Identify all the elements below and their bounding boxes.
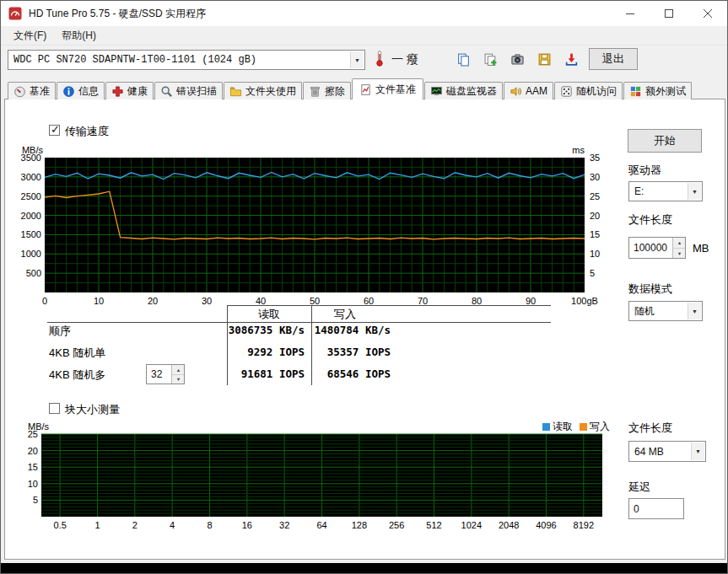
target-drive-select[interactable]: E: <box>628 181 703 201</box>
file-benchmark-icon <box>359 83 372 96</box>
drive-select-value: WDC PC SN720 SDAPNTW-1T00-1101 (1024 gB) <box>13 51 348 69</box>
window-title: HD Tune Pro 5.75 - 硬盘/SSD 实用程序 <box>29 1 206 26</box>
legend-swatch <box>580 423 587 431</box>
chevron-down-icon <box>688 303 701 319</box>
tab-random-access[interactable]: 随机访问 <box>554 82 623 99</box>
extra-tests-icon <box>629 85 642 98</box>
temperature-value: 一 癈 <box>391 46 418 72</box>
app-window: HD Tune Pro 5.75 - 硬盘/SSD 实用程序 文件(F) 帮助(… <box>0 0 728 574</box>
tab-benchmark[interactable]: 基准 <box>8 82 56 99</box>
start-button[interactable]: 开始 <box>628 129 702 153</box>
chevron-down-icon <box>691 443 704 460</box>
tab-aam[interactable]: AAM <box>504 82 553 99</box>
legend-label: 读取 <box>553 420 573 434</box>
random-icon <box>560 85 573 98</box>
file-length-label: 文件长度 <box>628 212 672 228</box>
copy-screenshot-button[interactable] <box>451 48 475 70</box>
tab-label: 错误扫描 <box>176 84 217 99</box>
tab-label: 文件基准 <box>375 83 416 97</box>
menu-help[interactable]: 帮助(H) <box>54 26 104 46</box>
tab-extra-tests[interactable]: 额外测试 <box>623 82 692 99</box>
disk-monitor-icon <box>430 85 443 98</box>
data-mode-label: 数据模式 <box>628 282 672 297</box>
block-size-checkbox-label: 块大小测量 <box>65 402 120 417</box>
result-row-label: 4KB 随机单 <box>49 346 105 361</box>
tab-error-scan[interactable]: 错误扫描 <box>154 82 223 99</box>
result-read-value: 9292 IOPS <box>222 346 305 358</box>
tab-health[interactable]: 健康 <box>105 82 154 99</box>
tab-label: 信息 <box>78 84 99 99</box>
scan-icon <box>160 85 173 98</box>
drive-select[interactable]: WDC PC SN720 SDAPNTW-1T00-1101 (1024 gB) <box>8 50 365 70</box>
tab-info[interactable]: 信息 <box>57 82 105 99</box>
save-screenshot-button[interactable] <box>532 48 556 70</box>
table-line <box>227 305 551 306</box>
folder-icon <box>229 85 242 98</box>
window-controls <box>611 1 727 26</box>
tab-label: AAM <box>526 85 547 97</box>
block-size-checkbox[interactable] <box>49 403 60 414</box>
tab-file-benchmark[interactable]: 文件基准 <box>352 78 423 99</box>
maximize-button[interactable] <box>650 1 688 26</box>
data-mode-value: 随机 <box>634 302 685 320</box>
chevron-down-icon <box>688 183 701 200</box>
transfer-speed-checkbox[interactable] <box>49 125 60 136</box>
tab-label: 磁盘监视器 <box>446 84 497 99</box>
result-write-value: 68546 IOPS <box>311 367 391 380</box>
menu-file[interactable]: 文件(F) <box>6 26 54 46</box>
add-screenshot-button[interactable] <box>478 48 502 70</box>
erase-icon <box>309 85 321 98</box>
aam-icon <box>510 85 522 98</box>
file-length-unit: MB <box>693 242 709 255</box>
tab-erase[interactable]: 擦除 <box>303 82 351 99</box>
column-header-read: 读取 <box>227 307 311 322</box>
legend-label: 写入 <box>590 420 610 434</box>
info-icon <box>62 85 75 98</box>
minimize-button[interactable] <box>611 1 650 26</box>
legend-item: 读取 <box>542 420 573 434</box>
data-mode-select[interactable]: 随机 <box>628 301 703 321</box>
tab-label: 擦除 <box>325 84 345 99</box>
result-write-value: 35357 IOPS <box>311 346 391 358</box>
block-file-length-select[interactable]: 64 MB <box>628 441 706 462</box>
transfer-speed-checkbox-label: 传输速度 <box>65 124 109 139</box>
result-read-value: 3086735 KB/s <box>222 324 305 336</box>
drive-label: 驱动器 <box>628 163 661 178</box>
target-drive-value: E: <box>634 182 685 201</box>
spin-down-icon[interactable] <box>172 375 184 384</box>
queue-depth-value: 32 <box>147 365 171 384</box>
result-row-label: 4KB 随机多 <box>49 367 105 383</box>
queue-depth-spinner[interactable]: 32 <box>146 364 185 384</box>
tab-disk-monitor[interactable]: 磁盘监视器 <box>424 82 503 99</box>
copy-icon <box>456 52 471 67</box>
toolbar-buttons <box>451 48 583 70</box>
copy-add-icon <box>483 52 498 67</box>
tab-bar: 基准信息健康错误扫描文件夹使用擦除文件基准磁盘监视器AAM随机访问额外测试 <box>8 80 693 99</box>
chart-legend: 读取写入 <box>542 420 610 434</box>
file-length-value: 100000 <box>629 238 672 258</box>
result-row-label: 顺序 <box>49 324 71 339</box>
spin-up-icon[interactable] <box>172 365 184 375</box>
block-file-length-value: 64 MB <box>634 442 688 461</box>
title-bar: HD Tune Pro 5.75 - 硬盘/SSD 实用程序 <box>1 1 727 26</box>
export-icon <box>564 52 579 67</box>
camera-icon <box>510 52 525 67</box>
delay-input[interactable] <box>628 498 684 519</box>
tab-label: 文件夹使用 <box>245 84 296 99</box>
bottom-bar <box>1 563 728 574</box>
export-results-button[interactable] <box>559 48 583 70</box>
delay-label: 延迟 <box>628 480 650 495</box>
toolbar: WDC PC SN720 SDAPNTW-1T00-1101 (1024 gB)… <box>1 46 727 79</box>
legend-item: 写入 <box>580 420 610 434</box>
app-icon <box>8 7 22 20</box>
spin-down-icon[interactable] <box>673 249 685 259</box>
tab-label: 基准 <box>30 84 50 99</box>
exit-button[interactable]: 退出 <box>589 48 638 70</box>
tab-folder-usage[interactable]: 文件夹使用 <box>224 82 302 99</box>
result-read-value: 91681 IOPS <box>222 367 305 380</box>
capture-screenshot-button[interactable] <box>505 48 529 70</box>
spin-up-icon[interactable] <box>673 238 685 249</box>
close-button[interactable] <box>688 1 727 26</box>
file-length-spinner[interactable]: 100000 <box>628 237 686 259</box>
column-header-write: 写入 <box>311 307 379 322</box>
